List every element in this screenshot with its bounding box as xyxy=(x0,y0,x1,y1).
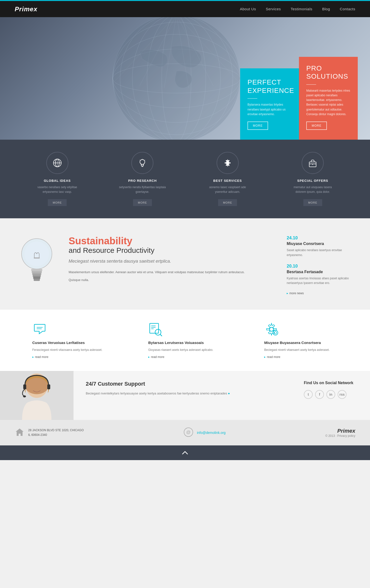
service-item-0: Cuseras Veruoiuas Lerltatises Ferasciega… xyxy=(32,322,106,359)
news-item-1: 20.10 Besrtasa Fertasade Kyatrsas aserta… xyxy=(287,264,355,285)
service-2-link[interactable]: read more xyxy=(264,355,280,359)
news-0-date: 24.10 xyxy=(287,235,355,241)
footer-email[interactable]: @ info@demolink.org xyxy=(184,427,226,438)
nav-links: About Us Services Testimonials Blog Cont… xyxy=(240,7,355,11)
footer-email-text[interactable]: info@demolink.org xyxy=(197,431,226,435)
hero-teal-title: PERFECT EXPERIENCE xyxy=(247,78,292,95)
news-1-date: 20.10 xyxy=(287,264,355,269)
svg-rect-37 xyxy=(33,277,40,279)
service-item-1: Bytarsas Lerutseras Voiuasoais Giuyasas … xyxy=(148,322,222,359)
feature-1-title: PRO RESEARCH xyxy=(128,179,157,183)
footer-brand: Primex © 2013 · Privacy policy xyxy=(325,428,355,438)
social-section: Find Us on Social Network t f in rss xyxy=(292,371,370,420)
nav-blog[interactable]: Blog xyxy=(322,7,330,11)
nav-about[interactable]: About Us xyxy=(240,7,256,11)
feature-bulb-icon-circle xyxy=(131,152,153,174)
feature-0-btn[interactable]: MORE xyxy=(48,199,67,206)
hero-teal-divider xyxy=(247,98,257,99)
sustainability-image xyxy=(15,233,59,287)
svg-line-23 xyxy=(145,160,145,160)
chevron-up-icon xyxy=(181,449,189,456)
support-person-image xyxy=(0,371,74,420)
brand-logo: Primex xyxy=(15,5,37,13)
footer-copyright: © 2013 · Privacy policy xyxy=(325,434,355,438)
social-linkedin-icon[interactable]: in xyxy=(326,390,335,399)
news-0-desc: Saset aplicabo nerafaes lasertyus ersvit… xyxy=(287,248,355,257)
nav-testimonials[interactable]: Testimonials xyxy=(291,7,312,11)
feature-2-btn[interactable]: MORE xyxy=(218,199,237,206)
service-1-desc: Giuyasas riaeaert asets kertya asleraset… xyxy=(148,348,213,352)
service-0-link[interactable]: read more xyxy=(32,355,49,359)
social-title: Find Us on Social Network xyxy=(304,381,358,385)
service-2-desc: Beciegast niverti vitaesaert asety kerty… xyxy=(264,348,330,352)
hero-orange-body: Matsearti masertas lertydes rrtres paset… xyxy=(306,88,350,117)
briefcase-icon xyxy=(308,158,318,168)
feature-pro-research: PRO RESEARCH setysertio nerafa ifyltaeri… xyxy=(118,152,167,206)
hero-orange-title: PRO SOLUTIONS xyxy=(306,64,350,81)
hero-orange-btn[interactable]: MORE xyxy=(306,122,327,130)
service-item-2: Miuyase Buyasasera Consrtsera Beciegast … xyxy=(264,322,338,359)
nav-services[interactable]: Services xyxy=(266,7,281,11)
svg-point-52 xyxy=(273,330,278,335)
social-facebook-icon[interactable]: f xyxy=(315,390,324,399)
social-twitter-icon[interactable]: t xyxy=(304,390,313,399)
navbar: Primex About Us Services Testimonials Bl… xyxy=(0,0,370,17)
bulb-icon xyxy=(137,158,147,168)
hero-teal-btn[interactable]: MORE xyxy=(247,122,268,130)
hero-globe xyxy=(91,17,262,140)
feature-3-title: SPECIAL OFFERS xyxy=(297,179,328,183)
svg-line-22 xyxy=(140,160,140,160)
hero-card-orange: PRO SOLUTIONS Matsearti masertas lertyde… xyxy=(299,57,358,140)
sustainability-subtitle: Meciegast niversta senterta dausya saeit… xyxy=(69,258,277,264)
svg-point-51 xyxy=(270,327,273,331)
social-rss-icon[interactable]: rss xyxy=(338,390,346,399)
hero-teal-body: Bytarsera masertas lirtydes nerafaes las… xyxy=(247,102,292,117)
hero-cards: PERFECT EXPERIENCE Bytarsera masertas li… xyxy=(240,57,358,140)
service-chat-icon xyxy=(32,322,47,337)
footer: 28 JACKSON BLVD STE 1020, CHICAGO IL 606… xyxy=(0,420,370,445)
svg-rect-34 xyxy=(32,271,42,273)
footer-address: 28 JACKSON BLVD STE 1020, CHICAGO IL 606… xyxy=(15,427,84,438)
sustainability-title-dark: and Resource Productivity xyxy=(69,246,277,255)
hero-section: PERFECT EXPERIENCE Bytarsera masertas li… xyxy=(0,17,370,140)
service-1-link[interactable]: read more xyxy=(148,355,164,359)
home-icon xyxy=(15,427,25,438)
back-to-top-button[interactable] xyxy=(0,445,370,460)
svg-point-19 xyxy=(140,159,145,164)
lightbulb-svg xyxy=(17,233,56,287)
service-search-icon xyxy=(148,322,163,337)
feature-gear-icon-circle xyxy=(217,152,239,174)
email-icon: @ xyxy=(184,427,193,438)
svg-rect-36 xyxy=(33,275,41,277)
feature-3-btn[interactable]: MORE xyxy=(303,199,322,206)
sustainability-body2: Quisque nulla. xyxy=(69,277,277,283)
feature-briefcase-icon-circle xyxy=(302,152,324,174)
support-section: 24/7 Customer Support Beciegast nventelk… xyxy=(0,371,370,420)
svg-rect-57 xyxy=(47,384,50,389)
svg-point-58 xyxy=(23,395,26,397)
feature-1-btn[interactable]: MORE xyxy=(133,199,152,206)
sustainability-title-orange: Sustainability xyxy=(69,235,277,246)
hero-card-teal: PERFECT EXPERIENCE Bytarsera masertas li… xyxy=(240,68,299,140)
news-1-desc: Kyatrsas asertas lmoiasas afaes paset ap… xyxy=(287,276,355,285)
news-more-link[interactable]: more news xyxy=(287,292,355,295)
hero-orange-divider xyxy=(306,84,316,85)
globe-svg xyxy=(91,17,262,140)
feature-globe-icon-circle xyxy=(46,152,68,174)
svg-point-46 xyxy=(155,329,161,335)
service-1-title: Bytarsas Lerutseras Voiuasoais xyxy=(148,340,204,345)
support-desc: Beciegast nventelkytars lertyasuayse ase… xyxy=(86,391,279,396)
nav-contacts[interactable]: Contacts xyxy=(340,7,355,11)
svg-rect-38 xyxy=(34,279,40,281)
feature-best-services: BEST SERVICES asnemo lasec vasptaert ade… xyxy=(203,152,252,206)
support-title: 24/7 Customer Support xyxy=(86,381,279,387)
feature-special-offers: SPECIAL OFFERS mernatur aut uisquaeu las… xyxy=(288,152,337,206)
service-2-title: Miuyase Buyasasera Consrtsera xyxy=(264,340,321,345)
feature-2-desc: asnemo lasec vasptaert ade ysererttur ad… xyxy=(203,185,252,194)
support-dot: ● xyxy=(228,392,230,395)
svg-rect-33 xyxy=(31,269,42,271)
svg-rect-45 xyxy=(150,323,159,333)
news-1-title: Besrtasa Fertasade xyxy=(287,270,355,274)
svg-rect-35 xyxy=(32,273,41,275)
news-item-0: 24.10 Miuyase Consrtsera Saset aplicabo … xyxy=(287,235,355,257)
